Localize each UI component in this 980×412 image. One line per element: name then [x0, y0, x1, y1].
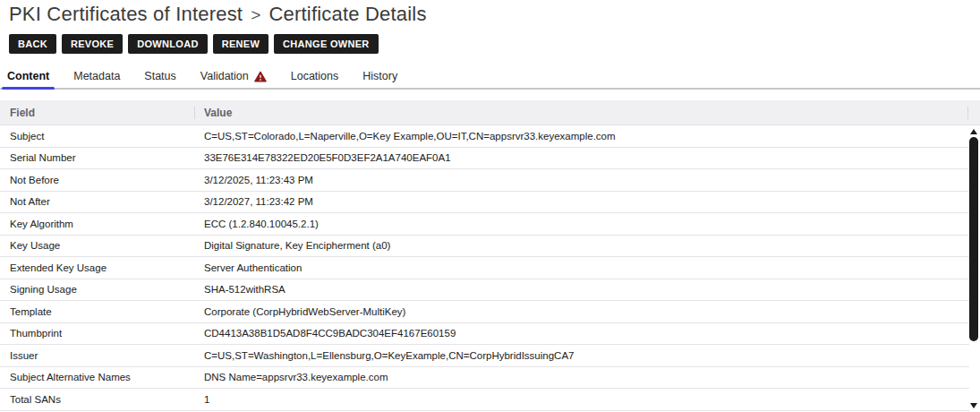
scrollbar-thumb[interactable] — [969, 137, 978, 341]
value-cell: 3/12/2027, 11:23:42 PM — [195, 196, 969, 207]
tab-metadata[interactable]: Metadata — [68, 66, 125, 88]
tab-status[interactable]: Status — [139, 66, 181, 88]
page-title: PKI Certificates of Interest>Certificate… — [0, 0, 980, 27]
tab-validation-label: Validation — [200, 70, 249, 82]
field-cell: Total SANs — [0, 394, 195, 405]
field-cell: Key Algorithm — [0, 219, 195, 229]
value-cell: C=US,ST=Colorado,L=Naperville,O=Key Exam… — [195, 131, 969, 142]
table-row: Extended Key Usage Server Authentication — [0, 257, 969, 279]
tab-status-label: Status — [144, 70, 175, 82]
value-cell: C=US,ST=Washington,L=Ellensburg,O=KeyExa… — [195, 350, 969, 361]
change-owner-button[interactable]: CHANGE OWNER — [274, 34, 379, 54]
renew-button[interactable]: RENEW — [213, 34, 268, 54]
tab-content-label: Content — [7, 70, 49, 82]
tab-metadata-label: Metadata — [73, 70, 120, 82]
field-cell: Serial Number — [0, 152, 195, 163]
toolbar: BACK REVOKE DOWNLOAD RENEW CHANGE OWNER — [9, 34, 980, 54]
value-cell: 33E76E314E78322ED20E5F0D3EF2A1A740EAF0A1 — [195, 152, 969, 163]
table-row: Key Usage Digital Signature, Key Enciphe… — [0, 236, 969, 258]
table-row: Signing Usage SHA-512withRSA — [0, 279, 969, 302]
table-row: Thumbprint CD4413A38B1D5AD8F4CC9BADC304E… — [0, 323, 969, 346]
value-cell: 1 — [195, 394, 969, 405]
table-row: Subject Alternative Names DNS Name=appsr… — [0, 367, 969, 390]
tab-content[interactable]: Content — [2, 66, 55, 88]
table-row: Subject C=US,ST=Colorado,L=Naperville,O=… — [0, 125, 969, 148]
tab-locations-label: Locations — [291, 70, 339, 82]
certificate-details-page: PKI Certificates of Interest>Certificate… — [0, 0, 980, 412]
field-cell: Key Usage — [0, 240, 195, 251]
table-row: Total SANs 1 — [0, 389, 969, 411]
column-header-field: Field — [0, 100, 195, 124]
value-cell: CD4413A38B1D5AD8F4CC9BADC304EF4167E60159 — [195, 328, 969, 339]
value-cell: Digital Signature, Key Encipherment (a0) — [195, 240, 969, 251]
tab-history-label: History — [362, 70, 397, 82]
table-row: Key Algorithm ECC (1.2.840.10045.2.1) — [0, 213, 969, 236]
revoke-button[interactable]: REVOKE — [62, 34, 123, 54]
scroll-up-icon[interactable] — [970, 129, 977, 134]
value-cell: Corporate (CorpHybridWebServer-MultiKey) — [195, 306, 969, 317]
field-cell: Thumbprint — [0, 328, 195, 339]
scroll-down-icon[interactable] — [970, 403, 977, 408]
back-button[interactable]: BACK — [9, 34, 56, 54]
value-cell: 3/12/2025, 11:23:43 PM — [195, 175, 969, 185]
field-cell: Not Before — [0, 175, 195, 185]
tab-bar: Content Metadata Status Validation Locat… — [0, 66, 980, 90]
value-cell: ECC (1.2.840.10045.2.1) — [195, 219, 969, 229]
field-cell: Subject — [0, 131, 195, 142]
field-cell: Not After — [0, 196, 195, 207]
validation-warning-icon — [254, 71, 267, 82]
breadcrumb-current: Certificate Details — [268, 3, 426, 25]
field-cell: Template — [0, 306, 195, 317]
column-header-value: Value — [195, 107, 980, 119]
value-cell: SHA-512withRSA — [195, 284, 969, 295]
tab-locations[interactable]: Locations — [285, 66, 345, 88]
field-cell: Issuer — [0, 350, 195, 361]
table-rows: Subject C=US,ST=Colorado,L=Naperville,O=… — [0, 125, 969, 411]
value-cell: Server Authentication — [195, 262, 969, 273]
table-row: Not After 3/12/2027, 11:23:42 PM — [0, 192, 969, 214]
breadcrumb-separator: > — [251, 5, 260, 24]
breadcrumb-root[interactable]: PKI Certificates of Interest — [9, 3, 243, 25]
field-cell: Extended Key Usage — [0, 262, 195, 273]
download-button[interactable]: DOWNLOAD — [128, 34, 207, 54]
table-row: Not Before 3/12/2025, 11:23:43 PM — [0, 169, 969, 192]
field-cell: Subject Alternative Names — [0, 372, 195, 382]
tab-history[interactable]: History — [357, 66, 403, 88]
table-row: Serial Number 33E76E314E78322ED20E5F0D3E… — [0, 148, 969, 170]
table-row: Template Corporate (CorpHybridWebServer-… — [0, 301, 969, 323]
value-cell: DNS Name=appsrvr33.keyexample.com — [195, 372, 969, 382]
vertical-scrollbar[interactable] — [969, 125, 979, 412]
field-cell: Signing Usage — [0, 284, 195, 295]
certificate-details-table: Field Value Subject C=US,ST=Colorado,L=N… — [0, 100, 980, 412]
table-header-row: Field Value — [0, 100, 980, 125]
table-row: Issuer C=US,ST=Washington,L=Ellensburg,O… — [0, 345, 969, 367]
table-body: Subject C=US,ST=Colorado,L=Naperville,O=… — [0, 125, 980, 412]
tab-validation[interactable]: Validation — [195, 66, 272, 88]
